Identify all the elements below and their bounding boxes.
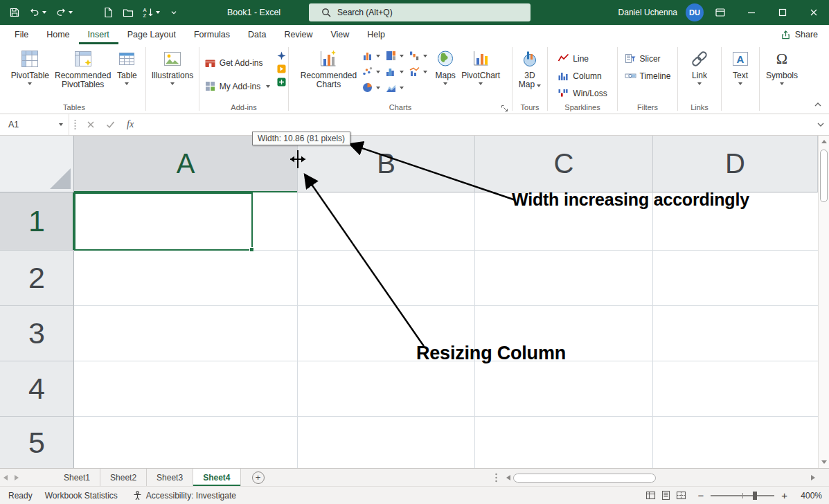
- ribbon-display-options-button[interactable]: [715, 7, 726, 18]
- horizontal-scrollbar[interactable]: [506, 471, 815, 485]
- undo-dropdown-icon[interactable]: [42, 11, 46, 14]
- enter-button[interactable]: [100, 120, 120, 129]
- sheet-tab-sheet3[interactable]: Sheet3: [147, 469, 193, 486]
- zoom-out-button[interactable]: −: [697, 489, 704, 501]
- user-name[interactable]: Daniel Uchenna: [618, 8, 677, 17]
- sparkline-column-button[interactable]: Column: [555, 69, 604, 83]
- customize-qat-button[interactable]: [169, 8, 179, 17]
- view-page-layout-button[interactable]: [661, 490, 671, 501]
- scroll-left-icon[interactable]: [506, 475, 510, 480]
- open-file-button[interactable]: [123, 7, 134, 18]
- scroll-down-icon[interactable]: [821, 460, 827, 464]
- new-sheet-button[interactable]: +: [252, 471, 265, 484]
- my-addins-button[interactable]: My Add-ins: [202, 79, 273, 93]
- scroll-up-icon[interactable]: [821, 140, 827, 143]
- tab-scrollbar-divider-icon[interactable]: [494, 473, 498, 483]
- pivotchart-button[interactable]: PivotChart: [458, 46, 503, 85]
- recommended-pivottables-button[interactable]: Recommended PivotTables: [52, 46, 114, 89]
- new-file-button[interactable]: [102, 7, 114, 18]
- sparkline-line-button[interactable]: Line: [555, 51, 591, 66]
- vertical-scrollbar[interactable]: [818, 136, 829, 468]
- workbook-statistics-button[interactable]: Workbook Statistics: [45, 491, 118, 501]
- row-header-3[interactable]: 3: [0, 306, 74, 361]
- combo-chart-button[interactable]: [409, 66, 430, 78]
- row-header-5[interactable]: 5: [0, 417, 74, 468]
- waterfall-chart-button[interactable]: [409, 50, 430, 62]
- zoom-slider-thumb[interactable]: [753, 492, 757, 500]
- search-box[interactable]: Search (Alt+Q): [309, 3, 531, 21]
- pivottable-button[interactable]: PivotTable: [8, 46, 52, 85]
- illustrations-button[interactable]: Illustrations: [149, 46, 197, 85]
- sheet-nav-right-icon[interactable]: [15, 475, 19, 480]
- slicer-button[interactable]: Slicer: [622, 51, 663, 66]
- tab-file[interactable]: File: [6, 25, 37, 44]
- collapse-ribbon-button[interactable]: [814, 101, 822, 108]
- tab-formulas[interactable]: Formulas: [185, 25, 239, 44]
- charts-dialog-launcher[interactable]: [501, 105, 508, 112]
- sort-button[interactable]: AZ: [143, 7, 160, 18]
- symbols-button[interactable]: Ω Symbols: [763, 46, 801, 85]
- insert-function-button[interactable]: fx: [120, 119, 141, 130]
- view-page-break-button[interactable]: [676, 490, 686, 501]
- sheet-tab-sheet1[interactable]: Sheet1: [54, 469, 100, 486]
- minimize-button[interactable]: [736, 0, 767, 25]
- fill-handle[interactable]: [249, 247, 254, 252]
- redo-dropdown-icon[interactable]: [69, 11, 73, 14]
- get-addins-button[interactable]: Get Add-ins: [202, 55, 273, 70]
- histogram-chart-button[interactable]: [385, 66, 407, 78]
- tab-view[interactable]: View: [321, 25, 358, 44]
- row-header-2[interactable]: 2: [0, 251, 74, 306]
- 3d-map-button[interactable]: 3D Map: [516, 46, 544, 89]
- pie-chart-button[interactable]: [362, 82, 383, 93]
- maps-button[interactable]: Maps: [432, 46, 458, 85]
- column-header-c[interactable]: C: [475, 136, 653, 192]
- undo-button[interactable]: [29, 7, 46, 18]
- cancel-button[interactable]: [81, 120, 100, 129]
- user-avatar[interactable]: DU: [686, 3, 704, 21]
- row-header-1[interactable]: 1: [0, 192, 74, 251]
- maximize-button[interactable]: [767, 0, 798, 25]
- tab-help[interactable]: Help: [358, 25, 394, 44]
- text-button[interactable]: A Text: [727, 46, 754, 85]
- tab-review[interactable]: Review: [275, 25, 321, 44]
- scroll-right-icon[interactable]: [811, 475, 815, 480]
- timeline-button[interactable]: Timeline: [622, 69, 674, 83]
- redo-button[interactable]: [55, 7, 73, 18]
- table-button[interactable]: Table: [114, 46, 140, 85]
- tab-insert[interactable]: Insert: [79, 25, 118, 44]
- addin-shortcut-1-icon[interactable]: [277, 51, 286, 60]
- sort-dropdown-icon[interactable]: [156, 11, 160, 14]
- row-header-4[interactable]: 4: [0, 361, 74, 417]
- vertical-scroll-thumb[interactable]: [820, 150, 828, 202]
- sheet-tab-sheet2[interactable]: Sheet2: [100, 469, 147, 486]
- tab-data[interactable]: Data: [239, 25, 275, 44]
- sheet-tab-sheet4[interactable]: Sheet4: [193, 469, 240, 486]
- addin-shortcut-3-icon[interactable]: [277, 78, 286, 87]
- formula-bar-expand-button[interactable]: [812, 122, 829, 127]
- name-box[interactable]: A1: [0, 114, 69, 135]
- zoom-in-button[interactable]: +: [781, 489, 787, 501]
- accessibility-checker-button[interactable]: Accessibility: Investigate: [133, 491, 236, 501]
- horizontal-scroll-thumb[interactable]: [513, 474, 656, 483]
- view-normal-button[interactable]: [645, 490, 656, 501]
- sparkline-winloss-button[interactable]: Win/Loss: [555, 86, 609, 100]
- column-chart-button[interactable]: [362, 50, 383, 62]
- scatter-chart-button[interactable]: [362, 66, 383, 78]
- recommended-charts-button[interactable]: Recommended Charts: [298, 46, 359, 89]
- sheet-nav-left-icon[interactable]: [3, 475, 8, 480]
- area-chart-button[interactable]: [385, 82, 407, 93]
- save-button[interactable]: [9, 7, 20, 18]
- link-button[interactable]: Link: [686, 46, 713, 85]
- active-cell-a1[interactable]: [74, 192, 253, 251]
- formula-input[interactable]: [141, 114, 812, 135]
- drag-grip-icon[interactable]: [69, 119, 81, 130]
- hierarchy-chart-button[interactable]: [385, 50, 407, 62]
- tab-home[interactable]: Home: [37, 25, 78, 44]
- share-button[interactable]: Share: [781, 25, 818, 44]
- zoom-level[interactable]: 400%: [793, 491, 822, 501]
- zoom-slider[interactable]: [711, 495, 774, 496]
- close-button[interactable]: [798, 0, 829, 25]
- tab-page-layout[interactable]: Page Layout: [118, 25, 185, 44]
- select-all-corner[interactable]: [0, 136, 74, 192]
- addin-shortcut-2-icon[interactable]: [277, 64, 286, 73]
